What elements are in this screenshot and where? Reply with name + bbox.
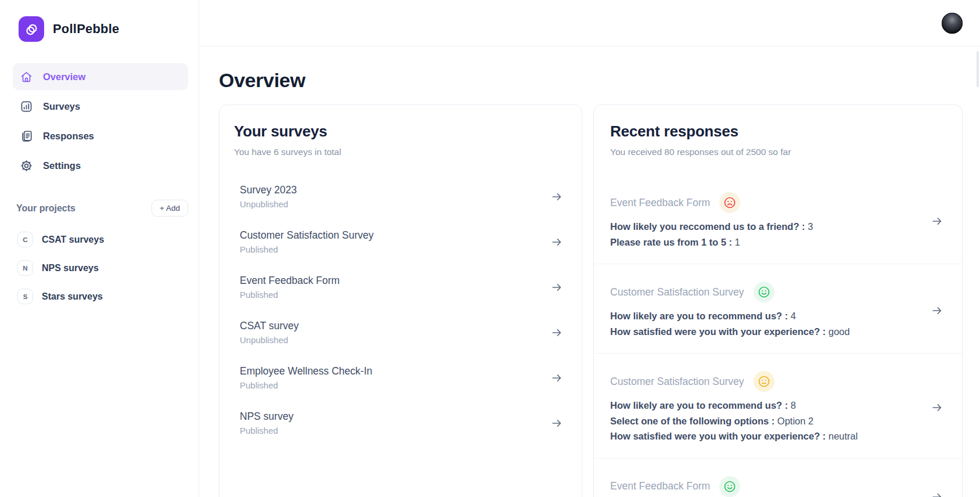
project-label: Stars surveys bbox=[42, 291, 103, 302]
response-row[interactable]: Customer Satisfaction Survey bbox=[594, 264, 962, 354]
sidebar: PollPebble Overview bbox=[0, 0, 199, 497]
happy-face-icon bbox=[754, 282, 774, 302]
project-item-csat[interactable]: C CSAT surveys bbox=[17, 232, 188, 247]
sad-face-icon bbox=[719, 192, 740, 213]
survey-list-item[interactable]: Customer Satisfaction Survey Published bbox=[240, 228, 565, 256]
project-initial-badge: C bbox=[17, 232, 33, 247]
survey-name: Survey 2023 bbox=[240, 183, 297, 197]
user-avatar[interactable] bbox=[942, 13, 963, 34]
response-row[interactable]: Event Feedback Form bbox=[594, 175, 962, 264]
home-icon bbox=[20, 70, 33, 84]
gear-icon bbox=[20, 159, 33, 172]
page-title: Overview bbox=[219, 70, 963, 91]
response-content: Event Feedback Form bbox=[610, 476, 924, 497]
arrow-right-icon[interactable] bbox=[550, 326, 563, 339]
survey-name: Employee Wellness Check-In bbox=[240, 364, 372, 378]
response-question: How satisfied were you with your experie… bbox=[610, 428, 924, 444]
survey-info: Customer Satisfaction Survey Published bbox=[240, 228, 374, 256]
project-label: CSAT surveys bbox=[42, 235, 104, 245]
arrow-right-icon[interactable] bbox=[931, 192, 943, 250]
survey-status: Published bbox=[240, 379, 372, 392]
survey-info: Survey 2023 Unpublished bbox=[240, 183, 297, 211]
sidebar-item-surveys[interactable]: Surveys bbox=[13, 93, 188, 120]
arrow-right-icon[interactable] bbox=[550, 190, 563, 203]
arrow-right-icon[interactable] bbox=[550, 372, 563, 384]
responses-card-subtitle: You received 80 responses out of 2500 so… bbox=[610, 147, 946, 157]
project-list: C CSAT surveys N NPS surveys S Stars sur… bbox=[13, 232, 188, 304]
survey-status: Published bbox=[240, 289, 340, 301]
survey-name: Event Feedback Form bbox=[240, 273, 340, 287]
response-question: How likely are you to recommend us? : 4 bbox=[610, 308, 924, 324]
response-row[interactable]: Customer Satisfaction Survey bbox=[594, 354, 962, 459]
response-content: Event Feedback Form bbox=[610, 192, 924, 250]
project-item-nps[interactable]: N NPS surveys bbox=[17, 260, 188, 276]
survey-list-item[interactable]: Event Feedback Form Published bbox=[240, 273, 565, 301]
survey-status: Published bbox=[240, 243, 374, 256]
response-question: Select one of the following options : Op… bbox=[610, 413, 924, 429]
page-content: Overview Your surveys You have 6 surveys… bbox=[199, 46, 980, 497]
survey-list-item[interactable]: NPS survey Published bbox=[240, 409, 565, 437]
arrow-right-icon[interactable] bbox=[550, 236, 563, 248]
response-survey-name: Event Feedback Form bbox=[610, 480, 710, 492]
survey-name: NPS survey bbox=[240, 409, 293, 423]
neutral-face-icon bbox=[754, 371, 774, 392]
sidebar-nav: Overview Surveys bbox=[13, 63, 188, 179]
survey-name: CSAT survey bbox=[240, 319, 298, 333]
survey-info: Employee Wellness Check-In Published bbox=[240, 364, 372, 392]
response-content: Customer Satisfaction Survey bbox=[610, 371, 924, 444]
response-question: How satisfied were you with your experie… bbox=[610, 324, 924, 340]
responses-card-title: Recent responses bbox=[610, 123, 946, 141]
sidebar-item-label: Settings bbox=[43, 160, 81, 171]
sidebar-item-responses[interactable]: Responses bbox=[13, 123, 188, 149]
response-question: Please rate us from 1 to 5 : 1 bbox=[610, 235, 924, 250]
arrow-right-icon[interactable] bbox=[931, 476, 943, 497]
sidebar-item-label: Surveys bbox=[43, 101, 80, 112]
arrow-right-icon[interactable] bbox=[931, 371, 943, 444]
bar-chart-icon bbox=[20, 100, 33, 113]
survey-info: CSAT survey Unpublished bbox=[240, 319, 298, 347]
response-survey-name: Event Feedback Form bbox=[610, 197, 710, 209]
brand-logo[interactable]: PollPebble bbox=[19, 16, 188, 42]
your-surveys-card: Your surveys You have 6 surveys in total… bbox=[219, 105, 582, 497]
response-list: Event Feedback Form bbox=[594, 175, 962, 497]
sidebar-item-label: Responses bbox=[43, 131, 94, 142]
recent-responses-card: Recent responses You received 80 respons… bbox=[593, 105, 963, 497]
survey-list-item[interactable]: CSAT survey Unpublished bbox=[240, 319, 565, 347]
project-label: NPS surveys bbox=[42, 263, 99, 273]
survey-list-item[interactable]: Survey 2023 Unpublished bbox=[240, 183, 565, 211]
arrow-right-icon[interactable] bbox=[931, 282, 943, 339]
response-survey-name: Customer Satisfaction Survey bbox=[610, 286, 744, 298]
clipboard-icon bbox=[20, 129, 33, 143]
surveys-card-subtitle: You have 6 surveys in total bbox=[234, 147, 565, 157]
sidebar-item-settings[interactable]: Settings bbox=[13, 152, 188, 179]
survey-name: Customer Satisfaction Survey bbox=[240, 228, 374, 242]
responses-card-header: Recent responses You received 80 respons… bbox=[594, 123, 962, 157]
survey-status: Unpublished bbox=[240, 334, 298, 347]
projects-title: Your projects bbox=[16, 203, 75, 214]
topbar bbox=[199, 0, 980, 46]
response-question: How likely are you to recommend us? : 8 bbox=[610, 398, 924, 413]
scrollbar-thumb[interactable] bbox=[977, 51, 979, 87]
response-question: How likely you reccomend us to a friend?… bbox=[610, 219, 924, 235]
sidebar-item-overview[interactable]: Overview bbox=[13, 63, 188, 90]
response-survey-name: Customer Satisfaction Survey bbox=[610, 376, 744, 388]
response-content: Customer Satisfaction Survey bbox=[610, 282, 924, 339]
arrow-right-icon[interactable] bbox=[550, 417, 563, 430]
pollpebble-logo-icon bbox=[19, 16, 44, 42]
survey-status: Published bbox=[240, 424, 293, 437]
project-item-stars[interactable]: S Stars surveys bbox=[17, 289, 188, 304]
projects-header: Your projects + Add bbox=[16, 200, 188, 217]
response-row[interactable]: Event Feedback Form bbox=[594, 459, 962, 497]
arrow-right-icon[interactable] bbox=[550, 281, 563, 294]
app-window: PollPebble Overview bbox=[0, 0, 980, 497]
happy-face-icon bbox=[719, 476, 740, 497]
survey-info: NPS survey Published bbox=[240, 409, 293, 437]
survey-info: Event Feedback Form Published bbox=[240, 273, 340, 301]
brand-name: PollPebble bbox=[53, 21, 119, 37]
sidebar-item-label: Overview bbox=[43, 71, 85, 82]
main-area: Overview Your surveys You have 6 surveys… bbox=[199, 0, 980, 497]
survey-list-item[interactable]: Employee Wellness Check-In Published bbox=[240, 364, 565, 392]
project-initial-badge: S bbox=[17, 289, 33, 304]
add-project-button[interactable]: + Add bbox=[152, 200, 188, 217]
survey-status: Unpublished bbox=[240, 198, 297, 211]
